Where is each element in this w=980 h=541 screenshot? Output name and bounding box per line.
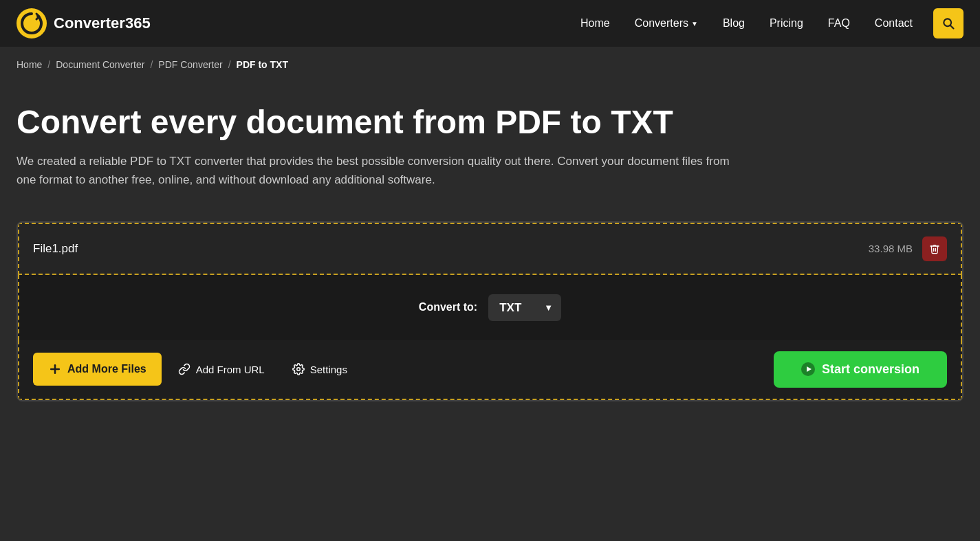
- hero-section: Convert every document from PDF to TXT W…: [0, 82, 980, 197]
- nav-home[interactable]: Home: [571, 12, 620, 35]
- start-conversion-button[interactable]: Start conversion: [774, 351, 947, 388]
- svg-line-2: [950, 25, 954, 29]
- search-icon: [941, 16, 955, 30]
- file-row: File1.pdf 33.98 MB: [18, 223, 962, 275]
- actions-row: Add More Files Add From URL Settings: [18, 340, 962, 400]
- format-select[interactable]: TXT DOC DOCX RTF ODT: [488, 294, 561, 321]
- breadcrumb-pdf-converter[interactable]: PDF Converter: [158, 59, 222, 70]
- file-right: 33.98 MB: [869, 236, 947, 261]
- actions-left: Add More Files Add From URL Settings: [33, 353, 358, 386]
- nav-contact[interactable]: Contact: [865, 12, 922, 35]
- add-url-label: Add From URL: [196, 364, 265, 375]
- breadcrumb-home[interactable]: Home: [17, 59, 42, 70]
- breadcrumb-sep-2: /: [150, 59, 153, 70]
- search-button[interactable]: [933, 8, 963, 38]
- start-label: Start conversion: [822, 362, 919, 377]
- hero-description: We created a reliable PDF to TXT convert…: [17, 152, 739, 189]
- link-icon: [178, 363, 190, 375]
- gear-icon: [292, 363, 305, 375]
- plus-icon: [48, 362, 62, 376]
- logo-text: Converter365: [54, 14, 151, 32]
- convert-label: Convert to:: [419, 301, 477, 313]
- add-more-label: Add More Files: [67, 363, 146, 375]
- nav-converters[interactable]: Converters ▼: [625, 12, 708, 35]
- breadcrumb-document-converter[interactable]: Document Converter: [56, 59, 144, 70]
- breadcrumb-sep-1: /: [47, 59, 50, 70]
- settings-button[interactable]: Settings: [281, 353, 358, 385]
- add-more-files-button[interactable]: Add More Files: [33, 353, 162, 386]
- svg-point-5: [296, 368, 300, 371]
- settings-label: Settings: [310, 364, 347, 375]
- main-nav: Home Converters ▼ Blog Pricing FAQ Conta…: [571, 8, 963, 38]
- breadcrumb-current: PDF to TXT: [237, 59, 288, 70]
- breadcrumb-sep-3: /: [228, 59, 231, 70]
- converter-box: File1.pdf 33.98 MB Convert to: TXT DOC D…: [17, 221, 963, 401]
- play-icon: [801, 362, 815, 376]
- logo-icon: [17, 8, 47, 38]
- chevron-down-icon: ▼: [691, 20, 698, 27]
- logo[interactable]: Converter365: [17, 8, 151, 38]
- page-title: Convert every document from PDF to TXT: [17, 103, 963, 141]
- file-name: File1.pdf: [33, 242, 78, 256]
- convert-to-row: Convert to: TXT DOC DOCX RTF ODT ▼: [18, 275, 962, 340]
- trash-icon: [929, 243, 940, 254]
- format-select-wrapper[interactable]: TXT DOC DOCX RTF ODT ▼: [488, 294, 561, 321]
- breadcrumb: Home / Document Converter / PDF Converte…: [0, 47, 980, 82]
- file-size: 33.98 MB: [869, 243, 913, 254]
- nav-blog[interactable]: Blog: [713, 12, 754, 35]
- nav-pricing[interactable]: Pricing: [760, 12, 813, 35]
- nav-faq[interactable]: FAQ: [818, 12, 860, 35]
- delete-file-button[interactable]: [922, 236, 947, 261]
- add-from-url-button[interactable]: Add From URL: [167, 353, 276, 385]
